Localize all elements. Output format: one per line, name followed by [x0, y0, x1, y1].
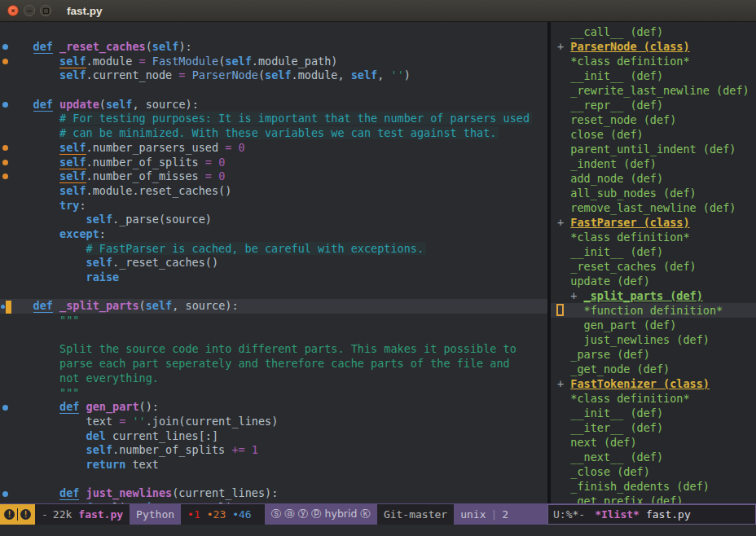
outline-item[interactable]: *class definition* [551, 230, 756, 244]
warning-count[interactable]: •23 [207, 508, 226, 521]
outline-item[interactable]: __iter__ (def) [551, 420, 756, 435]
outline-item[interactable]: __next__ (def) [551, 450, 756, 464]
code-line[interactable]: parse each part seperately and therefore… [0, 357, 547, 371]
code-line[interactable]: self._parse(source) [0, 213, 547, 227]
warning-fringe-dot [2, 160, 8, 165]
maximize-icon[interactable] [40, 5, 51, 16]
outline-item[interactable]: next (def) [551, 435, 756, 450]
outline-item[interactable]: _close (def) [551, 464, 756, 479]
outline-item[interactable]: + FastTokenizer (class) [551, 376, 756, 391]
code-line[interactable]: del current_lines[:] [0, 429, 547, 444]
code-line[interactable] [0, 328, 547, 343]
code-line[interactable]: self._reset_caches() [0, 256, 547, 270]
minor-modes-chip[interactable]: ⓢ ⓐ ⓨ ⓟ hybrid ⓚ [265, 504, 377, 525]
code-line[interactable]: def _split_parts(self, source): [0, 299, 547, 314]
close-icon[interactable]: × [7, 5, 19, 16]
code-line[interactable]: raise [0, 270, 547, 285]
outline-item[interactable]: _get_node (def) [551, 362, 756, 376]
code-line[interactable]: except: [0, 227, 547, 242]
outline-item[interactable]: gen_part (def) [551, 318, 756, 332]
code-line[interactable]: # FastParser is cached, be careful with … [0, 242, 547, 257]
code-line[interactable]: self.number_of_misses = 0 [0, 169, 547, 184]
outline-item[interactable]: __init__ (def) [551, 68, 756, 83]
outline-expand-prefix [557, 450, 570, 464]
outline-item[interactable]: remove_last_newline (def) [551, 200, 756, 215]
code-line[interactable]: self.number_of_splits = 0 [0, 156, 547, 170]
outline-item[interactable]: _parse (def) [551, 347, 756, 362]
minimize-icon[interactable]: – [24, 5, 35, 16]
code-line[interactable]: def _reset_caches(self): [0, 40, 547, 55]
echo-area[interactable] [0, 525, 756, 536]
ilist-buffer-name[interactable]: *Ilist* [595, 508, 640, 521]
code-line[interactable]: return text [0, 458, 547, 472]
code-line[interactable]: def update(self, source): [0, 98, 547, 112]
code-line[interactable]: try: [0, 199, 547, 213]
code-line[interactable]: # For testing purposes: It is important … [0, 112, 547, 126]
outline-item[interactable]: _finish_dedents (def) [551, 479, 756, 494]
outline-item[interactable]: _reset_caches (def) [551, 259, 756, 274]
outline-item[interactable]: *function definition* [551, 303, 756, 318]
info-fringe-dot [1, 305, 5, 309]
code-line[interactable]: self.module.reset_caches() [0, 184, 547, 199]
outline-expand-prefix [557, 260, 570, 273]
major-mode-chip[interactable]: Python [130, 504, 181, 525]
error-count[interactable]: •1 [187, 508, 200, 521]
code-line[interactable]: not everything. [0, 371, 547, 386]
outline-item-label: __init__ (def) [570, 245, 663, 258]
outline-item[interactable]: + ParserNode (class) [551, 39, 756, 54]
outline-item-label: remove_last_newline (def) [570, 201, 736, 214]
outline-item[interactable]: __call__ (def) [551, 24, 756, 39]
code-line[interactable]: self.current_node = ParserNode(self.modu… [0, 68, 547, 83]
outline-item[interactable]: just_newlines (def) [551, 332, 756, 347]
code-line[interactable] [0, 83, 547, 98]
info-count[interactable]: •46 [232, 508, 251, 521]
git-branch[interactable]: Git-master [377, 504, 454, 525]
code-line[interactable] [0, 285, 547, 300]
outline-item[interactable]: update (def) [551, 274, 756, 288]
outline-item[interactable]: _get_prefix (def) [551, 494, 756, 503]
code-line[interactable] [0, 472, 547, 487]
flycheck-counts[interactable]: •1 •23 •46 [181, 504, 265, 525]
modified-indicator: - [42, 508, 48, 521]
outline-item[interactable]: parent_until_indent (def) [551, 142, 756, 156]
outline-item[interactable]: + FastParser (class) [551, 215, 756, 230]
code-line[interactable]: # can be minimized. With these variables… [0, 126, 547, 141]
outline-expand-prefix [557, 69, 570, 82]
outline-item-label: gen_part (def) [584, 319, 677, 332]
outline-item[interactable]: __init__ (def) [551, 244, 756, 259]
code-line[interactable]: text = ''.join(current_lines) [0, 415, 547, 429]
outline-item[interactable]: reset_node (def) [551, 112, 756, 127]
outline-expand-prefix [557, 421, 570, 434]
outline-item[interactable]: __init__ (def) [551, 406, 756, 420]
code-line[interactable]: self.number_of_splits += 1 [0, 443, 547, 458]
code-line[interactable]: def just_newlines(current_lines): [0, 486, 547, 501]
outline-item-label: _reset_caches (def) [570, 260, 696, 273]
outline-item[interactable]: all_sub_nodes (def) [551, 186, 756, 200]
outline-item[interactable]: __repr__ (def) [551, 98, 756, 112]
outline-expand-prefix [557, 333, 584, 346]
code-line[interactable]: self.number_parsers_used = 0 [0, 141, 547, 156]
badge-separator [17, 508, 18, 521]
outline-item[interactable]: _rewrite_last_newline (def) [551, 83, 756, 98]
outline-item-label: ParserNode (class) [570, 40, 689, 53]
outline-item[interactable]: close (def) [551, 127, 756, 142]
outline-item[interactable]: *class definition* [551, 54, 756, 68]
code-line[interactable]: Split the source code into different par… [0, 342, 547, 357]
outline-item-label: _parse (def) [570, 348, 650, 361]
window-controls: × – [7, 5, 56, 16]
outline-item[interactable]: *class definition* [551, 391, 756, 406]
code-line[interactable]: """ [0, 386, 547, 401]
code-buffer: def _reset_caches(self): self.module = F… [0, 22, 547, 503]
outline-expand-prefix [557, 187, 570, 200]
outline-item[interactable]: _indent (def) [551, 156, 756, 171]
outline-item-label: add_node (def) [570, 172, 663, 185]
code-line[interactable]: def gen_part(): [0, 400, 547, 415]
outline-item[interactable]: + _split_parts (def) [551, 288, 756, 303]
outline-item[interactable]: add_node (def) [551, 171, 756, 186]
window-number-badge[interactable]: ! ! [0, 504, 35, 525]
outline-item-label: *function definition* [584, 304, 723, 317]
code-line[interactable]: """ [0, 314, 547, 328]
outline-expand-prefix [557, 348, 570, 361]
encoding-chip[interactable]: unix | 2 [454, 504, 547, 525]
code-line[interactable]: self.module = FastModule(self.module_pat… [0, 55, 547, 69]
